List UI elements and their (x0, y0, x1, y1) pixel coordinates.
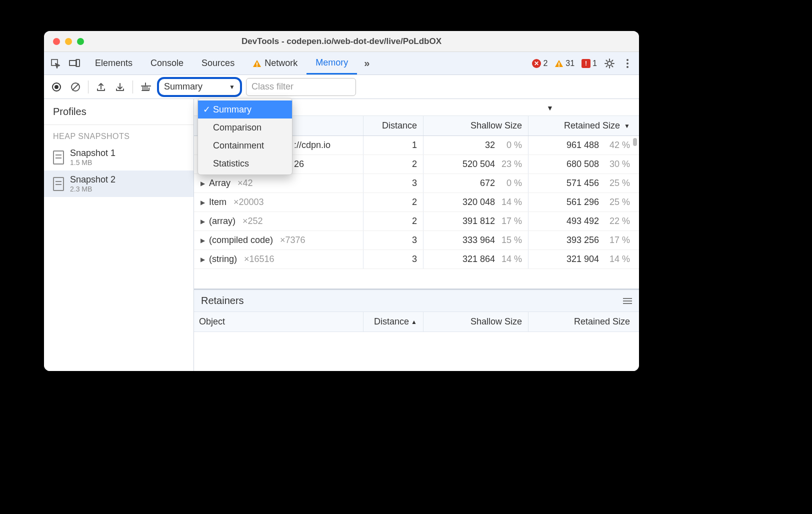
ret-col-distance[interactable]: Distance ▲ (363, 312, 423, 332)
table-row[interactable]: ▶ Item ×20003 2 320 04814 % 561 29625 % (194, 193, 639, 212)
retainers-menu-icon[interactable] (623, 298, 632, 304)
chevron-down-icon: ▼ (229, 84, 235, 90)
disclosure-icon[interactable]: ▶ (199, 256, 206, 263)
tab-network[interactable]: Network (244, 52, 306, 74)
sidebar-title: Profiles (44, 99, 194, 125)
ret-col-retained[interactable]: Retained Size (528, 312, 639, 332)
row-retained: 571 456 (559, 178, 599, 188)
disclosure-icon[interactable]: ▶ (199, 180, 206, 187)
snapshot-item[interactable]: Snapshot 2 2.3 MB (44, 170, 194, 197)
view-select[interactable]: Summary ▼ (157, 77, 242, 97)
devtools-window: DevTools - codepen.io/web-dot-dev/live/P… (44, 31, 639, 371)
disclosure-icon[interactable]: ▶ (199, 218, 206, 225)
row-retained: 493 492 (559, 216, 599, 226)
dropdown-item-statistics[interactable]: Statistics (198, 154, 292, 172)
dropdown-item-containment[interactable]: Containment (198, 136, 292, 154)
load-profile-icon[interactable] (94, 80, 108, 94)
settings-gear-icon[interactable] (602, 56, 617, 71)
table-row[interactable]: ▶ (string) ×16516 3 321 86414 % 321 9041… (194, 250, 639, 269)
warning-count-badge[interactable]: 31 (552, 59, 576, 68)
row-name: 26 (294, 159, 304, 170)
tab-console[interactable]: Console (142, 52, 192, 74)
dropdown-item-summary[interactable]: Summary (198, 100, 292, 118)
row-shallow-pct: 14 % (500, 254, 522, 264)
tab-label: Console (150, 58, 184, 68)
table-row[interactable]: ▶ (array) ×252 2 391 81217 % 493 49222 % (194, 212, 639, 231)
sort-asc-icon: ▲ (411, 318, 417, 326)
tab-elements[interactable]: Elements (86, 52, 142, 74)
dropdown-item-comparison[interactable]: Comparison (198, 118, 292, 136)
zoom-window-button[interactable] (77, 38, 84, 45)
collect-garbage-icon[interactable] (138, 80, 153, 94)
row-shallow-pct: 15 % (500, 235, 522, 246)
ret-col-object[interactable]: Object (194, 316, 363, 327)
col-retained[interactable]: Retained Size ▼ (528, 116, 639, 136)
panel-tabs: Elements Console Sources Network Memory (86, 52, 357, 74)
window-title: DevTools - codepen.io/web-dot-dev/live/P… (44, 36, 639, 46)
class-filter-input[interactable] (246, 78, 356, 96)
tab-memory[interactable]: Memory (306, 52, 357, 74)
snapshot-icon (53, 150, 64, 164)
main-area: Profiles HEAP SNAPSHOTS Snapshot 1 1.5 M… (44, 99, 639, 371)
ret-col-shallow[interactable]: Shallow Size (423, 312, 528, 332)
clear-button[interactable] (68, 80, 83, 94)
row-retained-pct: 14 % (608, 254, 630, 264)
more-tabs-button[interactable]: » (361, 58, 372, 69)
separator (88, 80, 88, 94)
svg-point-10 (626, 66, 628, 68)
tab-label: Elements (95, 58, 132, 68)
message-count-badge[interactable]: ! 1 (580, 59, 599, 68)
snapshot-size: 2.3 MB (70, 185, 116, 193)
kebab-menu-icon[interactable] (620, 56, 635, 71)
row-distance: 3 (412, 254, 417, 264)
window-titlebar: DevTools - codepen.io/web-dot-dev/live/P… (44, 31, 639, 52)
col-label: Retained Size (574, 316, 630, 327)
scrollbar[interactable] (633, 138, 637, 146)
snapshot-size: 1.5 MB (70, 158, 116, 166)
close-window-button[interactable] (53, 38, 60, 45)
save-profile-icon[interactable] (112, 80, 128, 94)
row-retained-pct: 30 % (608, 159, 630, 170)
filter-dropdown-caret-icon[interactable]: ▼ (546, 104, 554, 112)
disclosure-icon[interactable]: ▶ (199, 199, 206, 206)
snapshot-item[interactable]: Snapshot 1 1.5 MB (44, 144, 194, 170)
col-label: Distance (382, 120, 417, 131)
row-name: Item (209, 197, 226, 208)
device-toolbar-icon[interactable] (67, 56, 82, 71)
row-retained: 961 488 (559, 140, 599, 150)
row-distance: 2 (412, 159, 417, 170)
retainers-header: Retainers (194, 290, 639, 312)
col-shallow[interactable]: Shallow Size (423, 116, 528, 136)
col-label: Retained Size (564, 120, 620, 131)
row-count: ×16516 (244, 254, 274, 264)
dropdown-label: Comparison (213, 122, 262, 133)
row-count: ×252 (242, 216, 263, 226)
svg-point-8 (626, 59, 628, 61)
table-row[interactable]: ▶ Array ×42 3 6720 % 571 45625 % (194, 174, 639, 193)
svg-rect-3 (256, 62, 258, 65)
row-retained-pct: 17 % (608, 235, 630, 246)
tab-sources[interactable]: Sources (192, 52, 244, 74)
retainers-columns: Object Distance ▲ Shallow Size Retained … (194, 312, 639, 332)
separator (132, 80, 133, 94)
svg-point-9 (626, 62, 628, 64)
retainers-pane: Retainers Object Distance ▲ Shallow Size… (194, 288, 639, 371)
snapshot-name: Snapshot 1 (70, 148, 116, 158)
row-retained-pct: 25 % (608, 197, 630, 208)
svg-rect-4 (256, 66, 258, 66)
table-row[interactable]: ▶ (compiled code) ×7376 3 333 96415 % 39… (194, 231, 639, 250)
col-distance[interactable]: Distance (363, 116, 423, 136)
error-count-badge[interactable]: ✕ 2 (530, 59, 550, 68)
snapshot-text: Snapshot 1 1.5 MB (70, 148, 116, 166)
row-distance: 3 (412, 178, 417, 188)
row-name: Array (209, 178, 230, 188)
svg-point-12 (54, 85, 58, 89)
disclosure-icon[interactable]: ▶ (199, 237, 206, 244)
record-button[interactable] (49, 80, 64, 94)
error-count: 2 (543, 59, 548, 68)
minimize-window-button[interactable] (65, 38, 72, 45)
sidebar-section-label: HEAP SNAPSHOTS (44, 125, 194, 144)
dropdown-label: Statistics (213, 158, 249, 169)
row-count: ×42 (238, 178, 253, 188)
inspect-element-icon[interactable] (48, 56, 63, 71)
